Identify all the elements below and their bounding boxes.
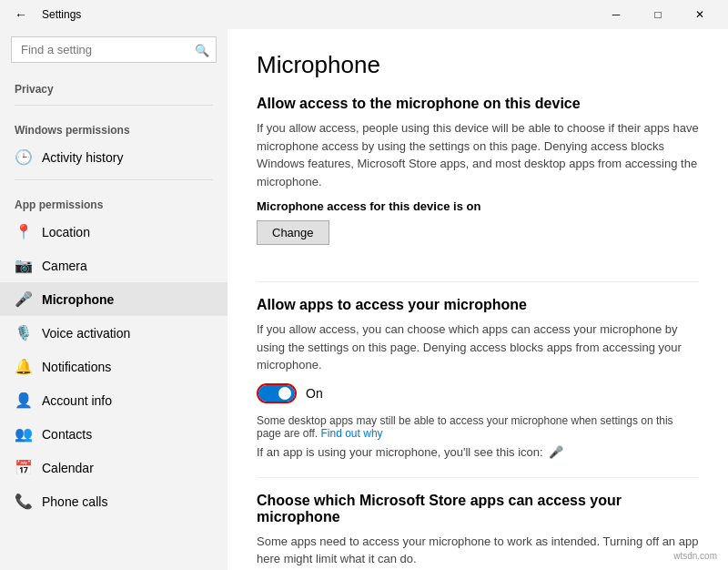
sidebar-item-label: Microphone bbox=[42, 292, 114, 307]
title-bar-controls: ─ □ ✕ bbox=[595, 0, 721, 29]
sidebar-item-activity-history[interactable]: 🕒 Activity history bbox=[0, 140, 228, 174]
section3-desc: Some apps need to access your microphone… bbox=[257, 533, 699, 568]
page-title: Microphone bbox=[257, 51, 699, 79]
app-container: 🔍 Privacy Windows permissions 🕒 Activity… bbox=[0, 29, 728, 570]
desktop-apps-note: Some desktop apps may still be able to a… bbox=[257, 414, 699, 440]
minimize-button[interactable]: ─ bbox=[595, 0, 637, 29]
sidebar-item-notifications[interactable]: 🔔 Notifications bbox=[0, 350, 228, 383]
close-button[interactable]: ✕ bbox=[679, 0, 721, 29]
sidebar-item-location[interactable]: 📍 Location bbox=[0, 215, 228, 249]
content-area: Microphone Allow access to the microphon… bbox=[228, 29, 728, 570]
calendar-icon: 📅 bbox=[15, 459, 33, 476]
sidebar-item-voice-activation[interactable]: 🎙️ Voice activation bbox=[0, 316, 228, 350]
toggle-label: On bbox=[306, 386, 323, 401]
phone-calls-icon: 📞 bbox=[15, 493, 33, 510]
toggle-row: On bbox=[257, 383, 699, 403]
separator-1 bbox=[257, 281, 699, 282]
sidebar-item-label: Location bbox=[42, 225, 90, 239]
sidebar-item-contacts[interactable]: 👥 Contacts bbox=[0, 417, 228, 451]
toggle-thumb bbox=[278, 387, 291, 400]
sidebar-item-phone-calls[interactable]: 📞 Phone calls bbox=[0, 484, 228, 518]
microphone-status-icon: 🎤 bbox=[549, 445, 563, 459]
sidebar: 🔍 Privacy Windows permissions 🕒 Activity… bbox=[0, 29, 228, 570]
microphone-icon: 🎤 bbox=[15, 290, 33, 308]
sidebar-item-account-info[interactable]: 👤 Account info bbox=[0, 383, 228, 417]
sidebar-item-camera[interactable]: 📷 Camera bbox=[0, 249, 228, 282]
sidebar-item-label: Camera bbox=[42, 259, 87, 273]
location-icon: 📍 bbox=[15, 223, 33, 240]
section3-title: Choose which Microsoft Store apps can ac… bbox=[257, 493, 699, 525]
sidebar-item-calendar[interactable]: 📅 Calendar bbox=[0, 451, 228, 484]
search-icon: 🔍 bbox=[195, 43, 209, 56]
title-bar-left: ← Settings bbox=[7, 4, 81, 25]
sidebar-item-label: Calendar bbox=[42, 461, 94, 475]
maximize-button[interactable]: □ bbox=[637, 0, 679, 29]
privacy-label: Privacy bbox=[0, 70, 228, 99]
sidebar-item-microphone[interactable]: 🎤 Microphone bbox=[0, 282, 228, 316]
windows-permissions-label: Windows permissions bbox=[0, 111, 228, 140]
sidebar-item-label: Account info bbox=[42, 393, 112, 408]
device-status: Microphone access for this device is on bbox=[257, 199, 699, 213]
section2-title: Allow apps to access your microphone bbox=[257, 297, 699, 313]
notifications-icon: 🔔 bbox=[15, 358, 33, 375]
search-wrap: 🔍 bbox=[0, 29, 228, 70]
section1-desc: If you allow access, people using this d… bbox=[257, 119, 699, 190]
section-store-apps: Choose which Microsoft Store apps can ac… bbox=[257, 493, 699, 571]
divider-1 bbox=[15, 105, 213, 106]
app-permissions-label: App permissions bbox=[0, 186, 228, 215]
account-info-icon: 👤 bbox=[15, 392, 33, 409]
search-input[interactable] bbox=[11, 36, 217, 63]
title-bar-title: Settings bbox=[42, 8, 81, 21]
microphone-toggle[interactable] bbox=[257, 383, 297, 403]
sidebar-item-label: Phone calls bbox=[42, 494, 107, 509]
title-bar: ← Settings ─ □ ✕ bbox=[0, 0, 728, 29]
back-button[interactable]: ← bbox=[7, 4, 35, 25]
contacts-icon: 👥 bbox=[15, 425, 33, 443]
section2-desc: If you allow access, you can choose whic… bbox=[257, 321, 699, 374]
find-out-why-link[interactable]: Find out why bbox=[321, 427, 383, 440]
change-button[interactable]: Change bbox=[257, 220, 329, 245]
section-app-access: Allow apps to access your microphone If … bbox=[257, 297, 699, 459]
section1-title: Allow access to the microphone on this d… bbox=[257, 96, 699, 112]
sidebar-item-label: Notifications bbox=[42, 360, 111, 374]
activity-history-icon: 🕒 bbox=[15, 148, 33, 166]
sidebar-item-label: Voice activation bbox=[42, 326, 130, 341]
icon-note: If an app is using your microphone, you'… bbox=[257, 445, 699, 459]
camera-icon: 📷 bbox=[15, 257, 33, 274]
voice-activation-icon: 🎙️ bbox=[15, 324, 33, 341]
toggle-track bbox=[258, 385, 295, 402]
sidebar-item-label: Activity history bbox=[42, 150, 123, 165]
watermark: wtsdn.com bbox=[670, 549, 721, 563]
sidebar-item-label: Contacts bbox=[42, 427, 92, 442]
separator-2 bbox=[257, 477, 699, 478]
section-device-access: Allow access to the microphone on this d… bbox=[257, 96, 699, 267]
divider-2 bbox=[15, 179, 213, 180]
